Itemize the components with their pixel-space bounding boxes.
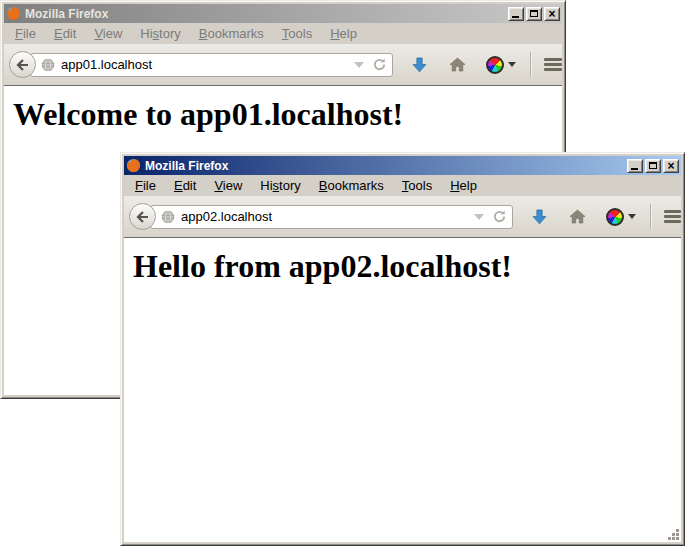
firefox-window-app02: Mozilla Firefox × FileEditViewHistoryBoo…	[120, 152, 685, 546]
close-icon: ×	[548, 9, 555, 19]
close-icon: ×	[667, 161, 674, 171]
menu-file[interactable]: File	[6, 24, 45, 43]
menu-bookmarks[interactable]: Bookmarks	[310, 176, 393, 195]
reload-icon[interactable]	[492, 209, 507, 224]
urlbar-dropdown-icon[interactable]	[354, 62, 364, 68]
firefox-logo-icon	[6, 6, 21, 21]
download-arrow-icon	[412, 57, 427, 73]
addon-button[interactable]	[606, 208, 636, 226]
maximize-button[interactable]	[645, 159, 661, 173]
window-title: Mozilla Firefox	[25, 7, 508, 21]
back-arrow-icon	[16, 59, 30, 71]
desktop: Mozilla Firefox × FileEditViewHistoryBoo…	[0, 0, 688, 551]
minimize-icon	[631, 168, 638, 170]
menu-file[interactable]: File	[126, 176, 165, 195]
maximize-icon	[530, 10, 538, 17]
minimize-button[interactable]	[627, 159, 643, 173]
home-icon	[449, 57, 466, 72]
back-arrow-icon	[136, 211, 150, 223]
navigation-toolbar: app01.localhost	[4, 44, 562, 86]
menu-hamburger-icon[interactable]	[544, 58, 562, 61]
reload-icon[interactable]	[372, 57, 387, 72]
resize-grip[interactable]	[667, 528, 681, 542]
colorwheel-icon	[486, 56, 504, 74]
url-text: app01.localhost	[61, 57, 354, 72]
url-input[interactable]: app01.localhost	[30, 53, 393, 77]
url-text: app02.localhost	[181, 209, 474, 224]
close-button[interactable]: ×	[544, 7, 560, 21]
menu-tools[interactable]: Tools	[273, 24, 321, 43]
globe-icon	[41, 58, 55, 72]
maximize-button[interactable]	[526, 7, 542, 21]
menu-tools[interactable]: Tools	[393, 176, 441, 195]
page-heading: Welcome to app01.localhost!	[13, 96, 562, 133]
minimize-icon	[512, 16, 519, 18]
urlbar-dropdown-icon[interactable]	[474, 214, 484, 220]
maximize-icon	[649, 162, 657, 169]
close-button[interactable]: ×	[663, 159, 679, 173]
home-button[interactable]	[569, 209, 586, 224]
toolbar-separator	[530, 52, 531, 78]
addon-dropdown-icon	[628, 214, 636, 219]
globe-icon	[161, 210, 175, 224]
back-button[interactable]	[9, 51, 36, 78]
toolbar-separator	[650, 204, 651, 230]
menu-edit[interactable]: Edit	[165, 176, 205, 195]
menu-view[interactable]: View	[85, 24, 131, 43]
window-title: Mozilla Firefox	[145, 159, 627, 173]
menu-view[interactable]: View	[205, 176, 251, 195]
menu-help[interactable]: Help	[441, 176, 486, 195]
firefox-logo-icon	[126, 158, 141, 173]
menu-history[interactable]: History	[251, 176, 309, 195]
page-heading: Hello from app02.localhost!	[133, 248, 681, 285]
titlebar[interactable]: Mozilla Firefox ×	[4, 4, 562, 23]
colorwheel-icon	[606, 208, 624, 226]
addon-button[interactable]	[486, 56, 516, 74]
download-button[interactable]	[412, 57, 427, 73]
url-input[interactable]: app02.localhost	[150, 205, 513, 229]
minimize-button[interactable]	[508, 7, 524, 21]
menu-bar: FileEditViewHistoryBookmarksToolsHelp	[124, 175, 681, 196]
page-content: Hello from app02.localhost!	[124, 238, 681, 542]
back-button[interactable]	[129, 203, 156, 230]
download-arrow-icon	[532, 209, 547, 225]
download-button[interactable]	[532, 209, 547, 225]
home-icon	[569, 209, 586, 224]
home-button[interactable]	[449, 57, 466, 72]
menu-history[interactable]: History	[131, 24, 189, 43]
titlebar[interactable]: Mozilla Firefox ×	[124, 156, 681, 175]
menu-hamburger-icon[interactable]	[664, 210, 681, 213]
navigation-toolbar: app02.localhost	[124, 196, 681, 238]
menu-bar: FileEditViewHistoryBookmarksToolsHelp	[4, 23, 562, 44]
menu-help[interactable]: Help	[321, 24, 366, 43]
menu-bookmarks[interactable]: Bookmarks	[190, 24, 273, 43]
addon-dropdown-icon	[508, 62, 516, 67]
menu-edit[interactable]: Edit	[45, 24, 85, 43]
